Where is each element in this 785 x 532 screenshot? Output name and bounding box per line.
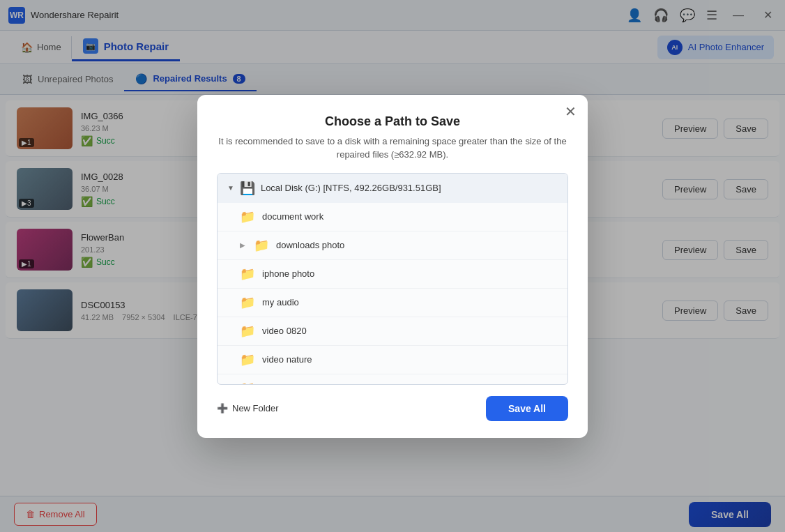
folder-icon: 📁 [240, 209, 255, 225]
dialog-save-all-button[interactable]: Save All [486, 396, 568, 421]
folder-name: video nature [262, 354, 312, 365]
new-folder-icon: ➕ [217, 403, 228, 413]
folder-icon: 📁 [240, 266, 255, 282]
folder-name: iphone photo [262, 268, 314, 279]
save-path-dialog: ✕ Choose a Path to Save It is recommende… [197, 95, 588, 438]
folder-name: downloads photo [276, 240, 344, 250]
folder-name: my audio [262, 297, 299, 307]
list-item[interactable]: 📁 video nature [218, 346, 567, 374]
modal-overlay: ✕ Choose a Path to Save It is recommende… [0, 0, 785, 532]
list-item[interactable]: 📁 document work [218, 203, 567, 231]
disk-root-item[interactable]: ▼ 💾 Local Disk (G:) [NTFS, 492.26GB/931.… [218, 174, 567, 203]
disk-tree: ▼ 💾 Local Disk (G:) [NTFS, 492.26GB/931.… [217, 173, 568, 385]
folder-expand-icon: ▶ [240, 241, 245, 249]
list-item[interactable]: ▶ 📁 downloads photo [218, 231, 567, 260]
folder-icon: 📁 [254, 238, 269, 253]
dialog-title: Choose a Path to Save [217, 114, 568, 129]
disk-expand-icon: ▼ [227, 184, 234, 192]
folder-name: video student [262, 383, 316, 384]
dialog-footer: ➕ New Folder Save All [217, 396, 568, 421]
new-folder-button[interactable]: ➕ New Folder [217, 403, 278, 413]
new-folder-label: New Folder [232, 403, 278, 413]
dialog-close-button[interactable]: ✕ [565, 105, 577, 119]
folder-list: 📁 document work ▶ 📁 downloads photo 📁 ip… [218, 203, 567, 384]
list-item[interactable]: 📁 iphone photo [218, 260, 567, 289]
folder-icon: 📁 [240, 352, 255, 367]
list-item[interactable]: 📁 video 0820 [218, 317, 567, 346]
folder-icon: 📁 [240, 324, 255, 339]
disk-drive-icon: 💾 [240, 181, 255, 196]
list-item[interactable]: 📁 video student [218, 374, 567, 384]
folder-icon: 📁 [240, 295, 255, 310]
disk-name: Local Disk (G:) [NTFS, 492.26GB/931.51GB… [261, 183, 441, 193]
folder-name: video 0820 [262, 326, 307, 336]
dialog-save-all-label: Save All [508, 403, 546, 414]
folder-name: document work [262, 211, 323, 222]
list-item[interactable]: 📁 my audio [218, 289, 567, 317]
folder-icon: 📁 [240, 381, 255, 384]
dialog-description: It is recommended to save to a disk with… [217, 135, 568, 162]
